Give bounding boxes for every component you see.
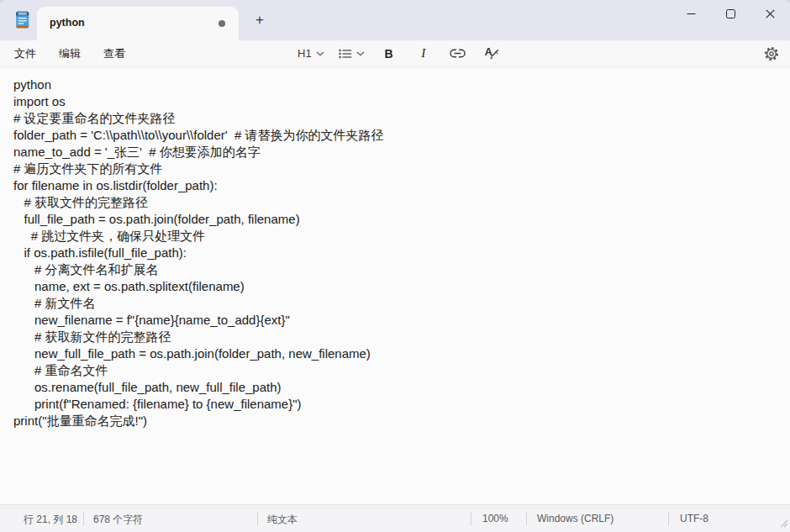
status-divider [471,512,471,525]
zoom-level[interactable]: 100% [482,513,508,524]
notepad-icon [12,9,33,30]
caption-buttons [672,0,790,27]
statusbar: 行 21, 列 18 678 个字符 纯文本 100% Windows (CRL… [0,504,790,532]
chevron-down-icon [316,51,324,56]
bold-button[interactable]: B [376,44,403,64]
new-tab-button[interactable]: + [250,10,270,30]
editor-area[interactable]: python import os # 设定要重命名的文件夹路径 folder_p… [0,67,790,505]
heading-style-button[interactable]: H1 [294,44,328,64]
menu-edit[interactable]: 编辑 [50,43,89,65]
bullet-list-icon [339,49,352,59]
document-type: 纯文本 [267,513,298,527]
link-icon [450,49,466,58]
line-endings: Windows (CRLF) [537,513,614,524]
character-count: 678 个字符 [93,513,143,527]
gear-icon [764,46,779,61]
encoding: UTF-8 [680,513,708,524]
settings-button[interactable] [764,46,779,61]
insert-link-button[interactable] [445,44,471,64]
bold-label: B [385,47,393,61]
formatting-toolbar: H1 B [294,40,506,66]
close-icon [766,9,775,18]
status-divider [83,512,84,525]
menu-file[interactable]: 文件 [6,43,45,65]
resize-grip[interactable] [778,518,788,530]
maximize-button[interactable] [711,0,750,27]
clear-formatting-button[interactable]: A [479,44,506,64]
status-divider [526,512,527,525]
editor-text[interactable]: python import os # 设定要重命名的文件夹路径 folder_p… [0,67,790,429]
cursor-position: 行 21, 列 18 [24,513,77,527]
status-divider [668,512,669,525]
status-divider [257,512,258,525]
list-style-button[interactable] [335,44,368,64]
maximize-icon [726,9,735,18]
minimize-button[interactable] [672,0,711,27]
minimize-icon [687,9,696,18]
heading-label: H1 [298,47,312,60]
titlebar[interactable]: python + [0,0,790,40]
menu-view[interactable]: 查看 [95,43,134,65]
chevron-down-icon [356,51,365,56]
menubar: 文件 编辑 查看 H1 [0,40,790,67]
unsaved-dot-icon[interactable] [219,20,225,27]
italic-button[interactable]: I [410,44,437,64]
clear-formatting-icon: A [484,46,501,61]
italic-label: I [421,46,425,61]
tab-title: python [50,17,85,29]
notepad-window: python + 文件 编辑 [0,0,790,532]
menus: 文件 编辑 查看 [6,40,140,66]
close-button[interactable] [750,0,790,27]
tab-python[interactable]: python [37,7,239,40]
